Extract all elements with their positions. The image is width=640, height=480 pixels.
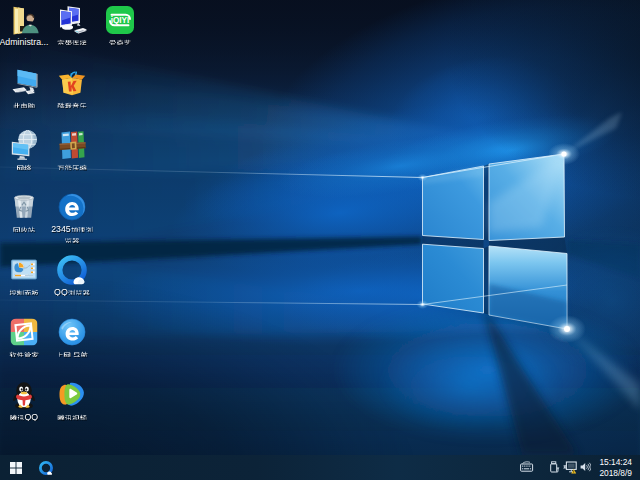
svg-text:2345: 2345 bbox=[51, 224, 71, 233]
svg-text:QQ: QQ bbox=[54, 287, 68, 296]
svg-text:iQIYI: iQIYI bbox=[111, 16, 130, 25]
svg-text:QQ: QQ bbox=[25, 412, 39, 421]
